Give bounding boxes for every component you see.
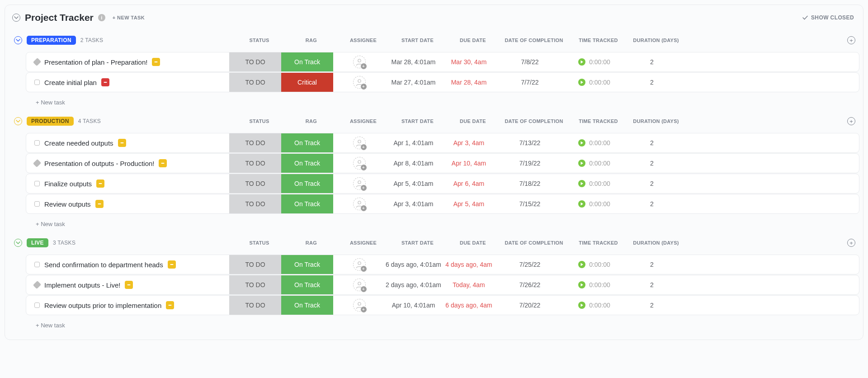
play-timer-button[interactable] <box>578 79 585 86</box>
col-start-date[interactable]: START DATE <box>389 38 446 43</box>
due-date-cell[interactable]: Apr 6, 4am <box>442 174 496 193</box>
status-cell[interactable]: TO DO <box>229 174 281 193</box>
due-date-cell[interactable]: Apr 5, 4am <box>442 194 496 213</box>
col-time-tracked[interactable]: TIME TRACKED <box>568 38 629 43</box>
new-task-row[interactable]: + New task <box>9 316 859 331</box>
time-tracked-cell[interactable]: 0:00:00 <box>564 154 625 173</box>
collapse-all-toggle[interactable] <box>12 14 20 22</box>
col-rag[interactable]: RAG <box>285 240 337 246</box>
priority-badge[interactable] <box>125 281 133 289</box>
completion-date-cell[interactable]: 7/18/22 <box>496 174 564 193</box>
due-date-cell[interactable]: Today, 4am <box>442 275 496 294</box>
col-duration[interactable]: DURATION (DAYS) <box>629 240 683 246</box>
col-assignee[interactable]: ASSIGNEE <box>337 118 389 124</box>
priority-badge[interactable] <box>152 58 160 66</box>
play-timer-button[interactable] <box>578 302 585 309</box>
priority-badge[interactable] <box>96 180 104 188</box>
new-task-row[interactable]: + New task <box>9 93 859 109</box>
rag-cell[interactable]: On Track <box>281 154 333 173</box>
rag-cell[interactable]: Critical <box>281 73 333 92</box>
task-title[interactable]: Review outputs prior to implementation <box>44 302 161 309</box>
completion-date-cell[interactable]: 7/7/22 <box>496 73 564 92</box>
add-column-button[interactable]: + <box>847 239 855 247</box>
task-status-box[interactable] <box>34 201 40 207</box>
add-column-button[interactable]: + <box>847 117 855 125</box>
time-tracked-cell[interactable]: 0:00:00 <box>564 73 625 92</box>
assignee-placeholder[interactable]: + <box>353 137 366 149</box>
task-row[interactable]: Review outputs TO DO On Track + Apr 3, 4… <box>26 194 859 214</box>
status-cell[interactable]: TO DO <box>229 275 281 294</box>
time-tracked-cell[interactable]: 0:00:00 <box>564 296 625 315</box>
new-task-row[interactable]: + New task <box>9 214 859 230</box>
task-row[interactable]: Presentation of outputs - Production! TO… <box>26 153 859 173</box>
task-status-box[interactable] <box>34 302 40 308</box>
col-status[interactable]: STATUS <box>233 38 285 43</box>
time-tracked-cell[interactable]: 0:00:00 <box>564 194 625 213</box>
due-date-cell[interactable]: Apr 3, 4am <box>442 133 496 152</box>
start-date-cell[interactable]: Apr 1, 4:01am <box>385 133 442 152</box>
add-column-button[interactable]: + <box>847 36 855 44</box>
col-rag[interactable]: RAG <box>285 38 337 43</box>
completion-date-cell[interactable]: 7/20/22 <box>496 296 564 315</box>
col-assignee[interactable]: ASSIGNEE <box>337 240 389 246</box>
priority-badge[interactable] <box>166 301 174 309</box>
task-status-box[interactable] <box>34 181 40 186</box>
col-time-tracked[interactable]: TIME TRACKED <box>568 240 629 246</box>
task-row[interactable]: Finalize outputs TO DO On Track + Apr 5,… <box>26 174 859 194</box>
col-duration[interactable]: DURATION (DAYS) <box>629 118 683 124</box>
play-timer-button[interactable] <box>578 281 585 288</box>
play-timer-button[interactable] <box>578 180 585 187</box>
assignee-placeholder[interactable]: + <box>353 177 366 190</box>
rag-cell[interactable]: On Track <box>281 255 333 274</box>
col-time-tracked[interactable]: TIME TRACKED <box>568 118 629 124</box>
col-start-date[interactable]: START DATE <box>389 240 446 246</box>
duration-cell[interactable]: 2 <box>625 275 679 294</box>
time-tracked-cell[interactable]: 0:00:00 <box>564 255 625 274</box>
priority-badge[interactable] <box>95 200 104 208</box>
rag-cell[interactable]: On Track <box>281 194 333 213</box>
start-date-cell[interactable]: 2 days ago, 4:01am <box>385 275 442 294</box>
time-tracked-cell[interactable]: 0:00:00 <box>564 174 625 193</box>
duration-cell[interactable]: 2 <box>625 194 679 213</box>
task-status-box[interactable] <box>34 262 40 267</box>
col-completion-date[interactable]: DATE OF COMPLETION <box>500 38 568 43</box>
group-name-pill[interactable]: LIVE <box>27 238 48 247</box>
assignee-placeholder[interactable]: + <box>353 279 366 291</box>
group-name-pill[interactable]: PREPARATION <box>27 36 76 45</box>
priority-badge[interactable] <box>168 260 176 269</box>
task-row[interactable]: Presentation of plan - Preparation! TO D… <box>26 52 859 72</box>
start-date-cell[interactable]: 6 days ago, 4:01am <box>385 255 442 274</box>
info-icon[interactable]: i <box>98 14 105 21</box>
col-start-date[interactable]: START DATE <box>389 118 446 124</box>
duration-cell[interactable]: 2 <box>625 73 679 92</box>
status-cell[interactable]: TO DO <box>229 296 281 315</box>
start-date-cell[interactable]: Mar 27, 4:01am <box>385 73 442 92</box>
group-collapse-toggle[interactable] <box>14 117 22 125</box>
start-date-cell[interactable]: Apr 5, 4:01am <box>385 174 442 193</box>
play-timer-button[interactable] <box>578 200 585 208</box>
milestone-icon[interactable] <box>33 159 41 167</box>
task-title[interactable]: Presentation of outputs - Production! <box>44 160 154 167</box>
duration-cell[interactable]: 2 <box>625 154 679 173</box>
col-completion-date[interactable]: DATE OF COMPLETION <box>500 240 568 246</box>
time-tracked-cell[interactable]: 0:00:00 <box>564 133 625 152</box>
col-status[interactable]: STATUS <box>233 240 285 246</box>
completion-date-cell[interactable]: 7/15/22 <box>496 194 564 213</box>
completion-date-cell[interactable]: 7/13/22 <box>496 133 564 152</box>
assignee-placeholder[interactable]: + <box>353 157 366 170</box>
status-cell[interactable]: TO DO <box>229 133 281 152</box>
task-title[interactable]: Review outputs <box>44 200 91 208</box>
start-date-cell[interactable]: Apr 3, 4:01am <box>385 194 442 213</box>
task-title[interactable]: Implement outputs - Live! <box>44 281 120 289</box>
completion-date-cell[interactable]: 7/26/22 <box>496 275 564 294</box>
col-due-date[interactable]: DUE DATE <box>446 38 500 43</box>
task-status-box[interactable] <box>34 80 40 85</box>
priority-badge[interactable] <box>159 159 167 167</box>
col-assignee[interactable]: ASSIGNEE <box>337 38 389 43</box>
assignee-placeholder[interactable]: + <box>353 198 366 210</box>
duration-cell[interactable]: 2 <box>625 133 679 152</box>
duration-cell[interactable]: 2 <box>625 296 679 315</box>
time-tracked-cell[interactable]: 0:00:00 <box>564 275 625 294</box>
assignee-placeholder[interactable]: + <box>353 299 366 312</box>
due-date-cell[interactable]: 6 days ago, 4am <box>442 296 496 315</box>
